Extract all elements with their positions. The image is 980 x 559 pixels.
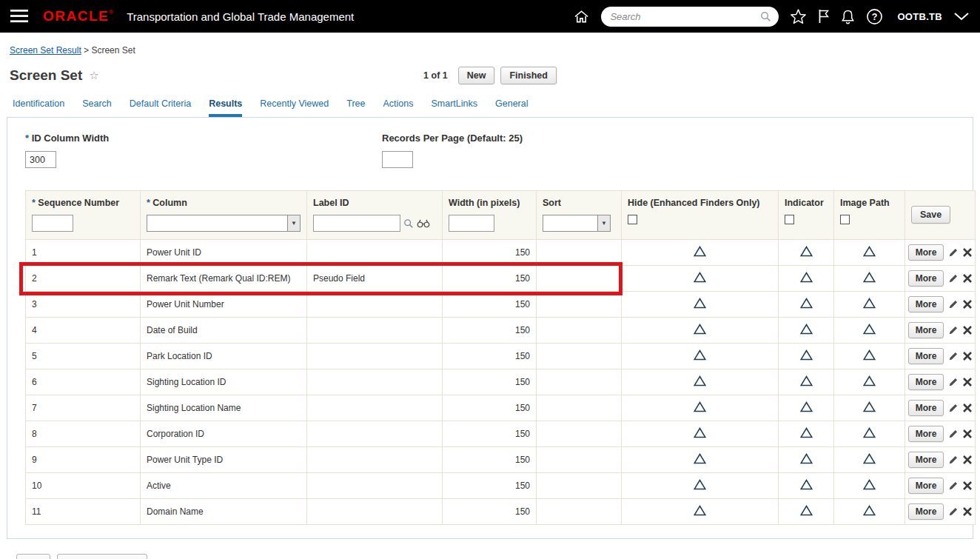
edit-pencil-icon[interactable] bbox=[948, 299, 959, 309]
indicator-triangle-icon[interactable] bbox=[800, 401, 813, 412]
search-input[interactable] bbox=[608, 10, 760, 23]
image-path-triangle-icon[interactable] bbox=[863, 298, 876, 309]
edit-pencil-icon[interactable] bbox=[948, 455, 959, 465]
edit-pencil-icon[interactable] bbox=[948, 351, 959, 361]
breadcrumb-link[interactable]: Screen Set Result bbox=[10, 45, 81, 56]
image-path-triangle-icon[interactable] bbox=[863, 246, 876, 257]
tab[interactable]: Default Criteria bbox=[130, 98, 191, 117]
more-button[interactable]: More bbox=[908, 503, 944, 520]
hide-triangle-icon[interactable] bbox=[694, 324, 706, 335]
hide-triangle-icon[interactable] bbox=[694, 479, 706, 490]
delete-x-icon[interactable] bbox=[963, 429, 972, 438]
label-id-search-icon[interactable] bbox=[403, 218, 414, 229]
more-button[interactable]: More bbox=[908, 452, 944, 468]
flag-icon[interactable] bbox=[818, 9, 830, 24]
binoculars-icon[interactable] bbox=[417, 218, 430, 228]
more-button[interactable]: More bbox=[908, 478, 944, 494]
image-path-triangle-icon[interactable] bbox=[863, 401, 876, 412]
delete-x-icon[interactable] bbox=[963, 404, 972, 412]
label-id-input[interactable] bbox=[313, 215, 400, 232]
hide-triangle-icon[interactable] bbox=[694, 427, 706, 438]
delete-x-icon[interactable] bbox=[963, 352, 972, 361]
hide-triangle-icon[interactable] bbox=[694, 453, 706, 464]
edit-pencil-icon[interactable] bbox=[948, 273, 959, 284]
image-path-triangle-icon[interactable] bbox=[863, 453, 876, 464]
hide-triangle-icon[interactable] bbox=[694, 375, 706, 386]
indicator-triangle-icon[interactable] bbox=[800, 375, 813, 386]
tab[interactable]: General bbox=[495, 98, 528, 117]
tab[interactable]: Search bbox=[82, 98, 112, 117]
width-filter-input[interactable] bbox=[449, 215, 494, 232]
tab[interactable]: SmartLinks bbox=[431, 98, 477, 117]
sort-select[interactable]: ▼ bbox=[543, 215, 611, 232]
edit-pencil-icon[interactable] bbox=[948, 481, 959, 491]
delete-x-icon[interactable] bbox=[963, 507, 972, 516]
help-icon[interactable]: ? bbox=[866, 8, 883, 25]
image-path-triangle-icon[interactable] bbox=[863, 324, 876, 335]
indicator-checkbox[interactable] bbox=[785, 215, 794, 224]
indicator-triangle-icon[interactable] bbox=[800, 324, 813, 335]
indicator-triangle-icon[interactable] bbox=[800, 272, 813, 283]
column-select[interactable]: ▼ bbox=[147, 215, 301, 232]
hide-triangle-icon[interactable] bbox=[694, 246, 706, 257]
image-path-triangle-icon[interactable] bbox=[863, 479, 876, 490]
more-button[interactable]: More bbox=[908, 348, 944, 364]
favorites-icon[interactable] bbox=[790, 8, 807, 24]
image-path-checkbox[interactable] bbox=[840, 215, 850, 224]
edit-pencil-icon[interactable] bbox=[948, 403, 959, 413]
hide-triangle-icon[interactable] bbox=[694, 401, 706, 412]
hide-checkbox[interactable] bbox=[628, 215, 637, 224]
recently-viewed-button[interactable]: Recently Viewed bbox=[57, 554, 147, 559]
chevron-down-icon[interactable] bbox=[953, 12, 970, 21]
indicator-triangle-icon[interactable] bbox=[800, 453, 813, 464]
indicator-triangle-icon[interactable] bbox=[800, 298, 813, 309]
more-button[interactable]: More bbox=[908, 244, 944, 261]
edit-pencil-icon[interactable] bbox=[948, 429, 959, 439]
notifications-icon[interactable] bbox=[841, 9, 855, 24]
tab[interactable]: Results bbox=[209, 98, 242, 117]
new-button[interactable]: New bbox=[458, 67, 495, 84]
tab[interactable]: Identification bbox=[13, 98, 64, 117]
image-path-triangle-icon[interactable] bbox=[863, 505, 876, 516]
image-path-triangle-icon[interactable] bbox=[863, 427, 876, 438]
edit-pencil-icon[interactable] bbox=[948, 377, 959, 387]
hide-triangle-icon[interactable] bbox=[694, 505, 706, 516]
save-button[interactable]: Save bbox=[911, 206, 950, 224]
favorite-star-icon[interactable]: ☆ bbox=[89, 69, 98, 82]
records-per-page-input[interactable] bbox=[382, 151, 413, 168]
delete-x-icon[interactable] bbox=[963, 326, 972, 335]
hide-triangle-icon[interactable] bbox=[694, 298, 706, 309]
top-button[interactable]: Top bbox=[16, 554, 50, 559]
indicator-triangle-icon[interactable] bbox=[800, 505, 813, 516]
image-path-triangle-icon[interactable] bbox=[863, 375, 876, 386]
hide-triangle-icon[interactable] bbox=[694, 349, 706, 361]
more-button[interactable]: More bbox=[908, 270, 944, 287]
sequence-number-filter-input[interactable] bbox=[32, 215, 73, 232]
delete-x-icon[interactable] bbox=[963, 300, 972, 309]
delete-x-icon[interactable] bbox=[963, 378, 972, 386]
edit-pencil-icon[interactable] bbox=[948, 325, 959, 335]
search-icon[interactable] bbox=[760, 11, 771, 22]
menu-icon[interactable] bbox=[10, 10, 28, 23]
indicator-triangle-icon[interactable] bbox=[800, 246, 813, 257]
indicator-triangle-icon[interactable] bbox=[800, 479, 813, 490]
indicator-triangle-icon[interactable] bbox=[800, 349, 813, 361]
more-button[interactable]: More bbox=[908, 322, 944, 338]
delete-x-icon[interactable] bbox=[963, 455, 972, 464]
more-button[interactable]: More bbox=[908, 374, 944, 390]
more-button[interactable]: More bbox=[908, 400, 944, 416]
delete-x-icon[interactable] bbox=[963, 248, 972, 257]
delete-x-icon[interactable] bbox=[963, 274, 972, 283]
more-button[interactable]: More bbox=[908, 426, 944, 442]
hide-triangle-icon[interactable] bbox=[694, 272, 706, 283]
finished-button[interactable]: Finished bbox=[500, 67, 556, 84]
more-button[interactable]: More bbox=[908, 296, 944, 312]
tab[interactable]: Tree bbox=[346, 98, 365, 117]
edit-pencil-icon[interactable] bbox=[948, 247, 959, 258]
id-column-width-input[interactable] bbox=[25, 151, 56, 168]
home-icon[interactable] bbox=[573, 9, 590, 24]
tab[interactable]: Recently Viewed bbox=[260, 98, 329, 117]
tab[interactable]: Actions bbox=[383, 98, 413, 117]
image-path-triangle-icon[interactable] bbox=[863, 272, 876, 283]
indicator-triangle-icon[interactable] bbox=[800, 427, 813, 438]
